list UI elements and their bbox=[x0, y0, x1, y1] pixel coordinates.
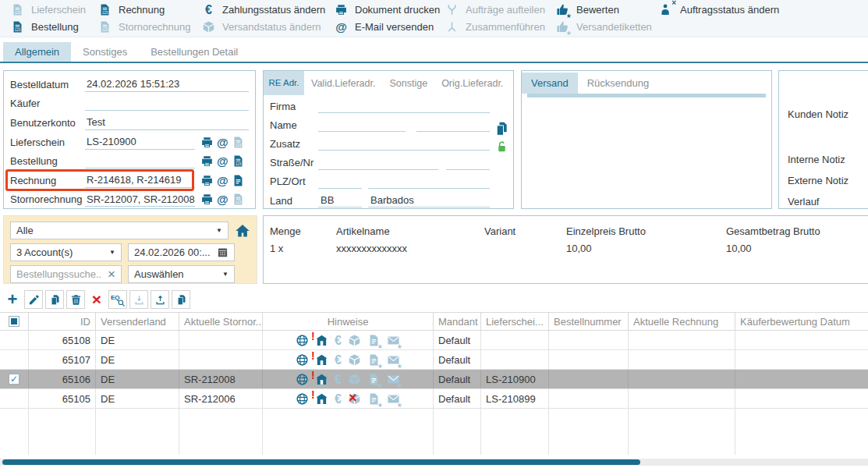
tab-orig-lieferadr[interactable]: Orig.Lieferadr. bbox=[434, 71, 510, 95]
toolbar-email-versenden[interactable]: @ E-Mail versenden bbox=[335, 20, 445, 34]
col-versenderland[interactable]: Versenderland bbox=[96, 313, 179, 330]
toolbar-label: Stornorechnung bbox=[119, 21, 191, 33]
order-search-input[interactable] bbox=[16, 268, 102, 280]
stornorechnung-value[interactable]: SR-212007, SR-212008 bbox=[85, 192, 195, 207]
toolbar-lieferschein[interactable]: Lieferschein bbox=[11, 2, 98, 17]
print-icon[interactable] bbox=[200, 174, 214, 187]
email-icon[interactable]: @ bbox=[217, 154, 229, 168]
toolbar-auftragsstatus[interactable]: × Auftragsstatus ändern bbox=[660, 2, 779, 17]
benutzerkonto-value[interactable]: Test bbox=[85, 115, 249, 130]
import-button[interactable] bbox=[129, 290, 148, 309]
toolbar-versandstatus[interactable]: Versandstatus ändern bbox=[202, 20, 335, 34]
toolbar-auftraege-aufteilen[interactable]: Aufträge aufteilen bbox=[445, 2, 556, 17]
col-aktuelle-rechnung[interactable]: Aktuelle Rechnung bbox=[629, 313, 735, 330]
unlock-icon[interactable] bbox=[495, 140, 508, 154]
col-lieferschein[interactable]: Lieferschei... bbox=[481, 313, 549, 330]
plz-input[interactable] bbox=[318, 175, 362, 189]
toolbar-zahlungsstatus[interactable]: € Zahlungsstatus ändern bbox=[202, 2, 335, 17]
rechnung-value[interactable]: R-214618, R-214619 bbox=[85, 173, 195, 188]
filter-select[interactable]: Alle ▼ bbox=[10, 222, 229, 239]
lieferschein-value[interactable]: LS-210900 bbox=[85, 135, 195, 150]
toolbar-versandetiketten[interactable]: ★ Versandetiketten bbox=[556, 20, 660, 34]
scrollbar-thumb[interactable] bbox=[2, 459, 640, 465]
vorname-input[interactable] bbox=[318, 118, 406, 132]
checked-checkbox[interactable]: ✓ bbox=[9, 374, 19, 385]
row-checkbox-cell[interactable] bbox=[0, 389, 29, 408]
interne-notiz-link[interactable]: Interne Notiz bbox=[788, 154, 845, 165]
tab-ruecksendung[interactable]: Rücksendung bbox=[578, 73, 659, 94]
toolbar-rechnung[interactable]: Rechnung bbox=[98, 2, 202, 17]
email-icon[interactable]: @ bbox=[217, 136, 229, 149]
ort-input[interactable] bbox=[368, 175, 490, 189]
tab-re-adr[interactable]: RE Adr. bbox=[264, 71, 304, 95]
print-icon[interactable] bbox=[200, 136, 214, 149]
bestelldatum-value[interactable]: 24.02.2026 15:51:23 bbox=[85, 77, 249, 92]
payment-euro-icon: € bbox=[335, 334, 342, 347]
export-button[interactable] bbox=[151, 290, 169, 309]
tab-allgemein[interactable]: Allgemein bbox=[3, 42, 71, 62]
row-checkbox-cell[interactable] bbox=[0, 350, 29, 369]
col-hinweise[interactable]: Hinweise bbox=[263, 313, 434, 330]
tab-bestellungen-detail[interactable]: Bestellungen Detail bbox=[139, 42, 250, 62]
kaeufer-value[interactable] bbox=[85, 96, 249, 111]
tab-sonstiges[interactable]: Sonstiges bbox=[71, 42, 139, 62]
add-button[interactable]: + bbox=[3, 290, 22, 309]
land-name-input[interactable]: Barbados bbox=[368, 193, 490, 207]
home-icon[interactable] bbox=[235, 223, 250, 239]
delete-button[interactable] bbox=[66, 290, 85, 309]
print-icon[interactable] bbox=[200, 154, 214, 168]
choose-select[interactable]: Auswählen ▼ bbox=[128, 265, 235, 283]
table-row[interactable]: 65108 DE ! € ★ ★ Default bbox=[0, 331, 868, 350]
copy-button[interactable] bbox=[45, 290, 64, 309]
land-code-input[interactable]: BB bbox=[318, 193, 362, 207]
table-row[interactable]: 65105 DE SR-212006 ! € × ★ ★ Default LS-… bbox=[0, 389, 868, 409]
extended-search-button[interactable]: EQ bbox=[108, 290, 127, 309]
col-kaeuferbewertung-datum[interactable]: Käuferbewertung Datum bbox=[735, 313, 868, 330]
col-bestellnummer[interactable]: Bestellnummer bbox=[549, 313, 629, 330]
warehouse-warning-icon bbox=[315, 392, 328, 406]
document-number-icon[interactable] bbox=[232, 154, 245, 168]
edit-button[interactable] bbox=[24, 290, 43, 309]
field-label: Bestelldatum bbox=[10, 79, 85, 90]
clear-search-icon[interactable]: × bbox=[108, 268, 115, 281]
copy-address-icon[interactable] bbox=[494, 121, 509, 136]
date-filter-field[interactable]: 24.02.2026 00:... bbox=[128, 243, 235, 261]
document-number-icon[interactable] bbox=[232, 193, 245, 206]
horizontal-scrollbar[interactable] bbox=[0, 459, 868, 466]
toolbar-dokument-drucken[interactable]: Dokument drucken bbox=[335, 2, 445, 17]
toolbar-bewerten[interactable]: ★ Bewerten bbox=[556, 2, 660, 17]
row-checkbox-cell[interactable]: ✓ bbox=[0, 370, 29, 388]
table-row-selected[interactable]: ✓ 65106 DE SR-212008 ! € ★ ★ Default LS-… bbox=[0, 370, 868, 389]
toolbar-stornorechnung[interactable]: Stornorechnung bbox=[98, 20, 202, 34]
zusatz-input[interactable] bbox=[318, 136, 490, 151]
col-aktuelle-stornorechnung[interactable]: Aktuelle Stornor... bbox=[179, 313, 263, 330]
col-id[interactable]: ID bbox=[29, 313, 96, 330]
firma-input[interactable] bbox=[318, 99, 490, 113]
accounts-select[interactable]: 3 Account(s) ▼ bbox=[10, 243, 122, 261]
paste-button[interactable] bbox=[172, 290, 190, 309]
form-row-benutzerkonto: Benutzerkonto Test bbox=[10, 113, 249, 133]
tab-versand[interactable]: Versand bbox=[522, 73, 578, 94]
document-number-icon[interactable] bbox=[232, 174, 245, 187]
strasse-input[interactable] bbox=[318, 156, 438, 170]
nachname-input[interactable] bbox=[416, 118, 490, 132]
verlauf-link[interactable]: Verlauf bbox=[788, 196, 819, 207]
tab-valid-lieferadr[interactable]: Valid.Lieferadr. bbox=[304, 71, 382, 95]
tab-sonstige[interactable]: Sonstige bbox=[382, 71, 434, 95]
bestellung-value[interactable] bbox=[85, 154, 195, 168]
table-row[interactable]: 65107 DE ! € ★ ★ Default bbox=[0, 350, 868, 370]
externe-notiz-link[interactable]: Externe Notiz bbox=[788, 175, 849, 186]
row-checkbox-cell[interactable] bbox=[0, 331, 29, 349]
col-mandant[interactable]: Mandant bbox=[434, 313, 481, 330]
email-icon[interactable]: @ bbox=[217, 174, 229, 187]
select-all-checkbox[interactable] bbox=[0, 313, 29, 330]
cancel-button[interactable]: × bbox=[87, 290, 106, 309]
hausnummer-input[interactable] bbox=[446, 156, 490, 170]
toolbar-zusammenfuehren[interactable]: Zusammenführen bbox=[445, 20, 556, 34]
item-row[interactable]: 1 x xxxxxxxxxxxxxx 10,00 10,00 bbox=[270, 239, 868, 257]
toolbar-bestellung[interactable]: Bestellung bbox=[11, 20, 98, 34]
print-icon[interactable] bbox=[200, 193, 214, 206]
document-number-icon[interactable] bbox=[232, 136, 245, 149]
email-icon[interactable]: @ bbox=[217, 193, 229, 206]
kunden-notiz-link[interactable]: Kunden Notiz bbox=[788, 108, 849, 120]
